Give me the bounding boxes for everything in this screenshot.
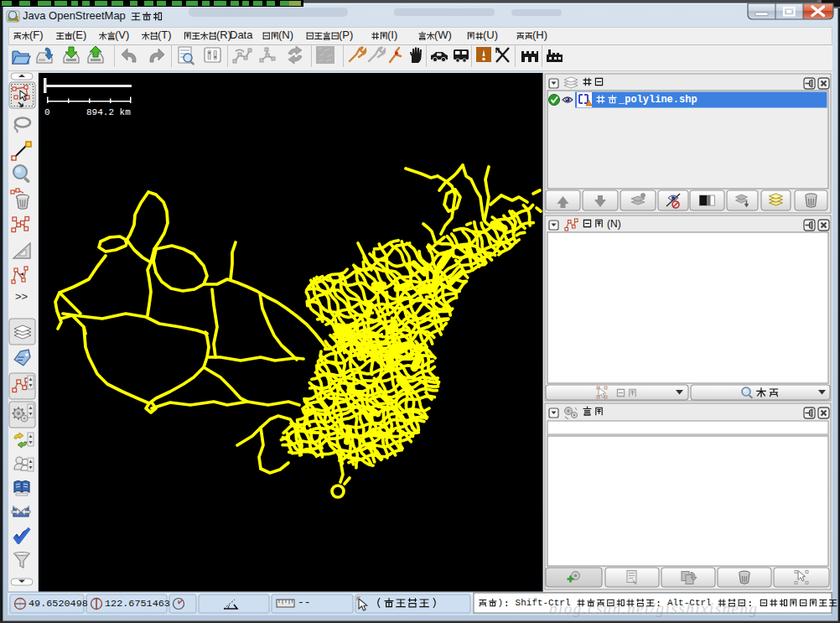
svg-text:Data: Data: [230, 29, 253, 41]
svg-text:(H): (H): [532, 29, 547, 41]
svg-text:(N): (N): [607, 218, 621, 230]
svg-text:(V): (V): [115, 29, 129, 41]
svg-text:(N): (N): [278, 29, 293, 41]
svg-text:894.2 km: 894.2 km: [86, 107, 131, 117]
svg-text:(T): (T): [158, 29, 172, 41]
svg-text:--: --: [298, 596, 311, 609]
svg-text:49.6520498: 49.6520498: [29, 598, 88, 610]
svg-text:0: 0: [44, 107, 50, 117]
svg-text:(P): (P): [339, 29, 353, 41]
svg-text:>>: >>: [15, 290, 28, 303]
svg-text:_polyline.shp: _polyline.shp: [618, 94, 697, 106]
svg-text:blog.csdn.net/gisshixisheng: blog.csdn.net/gisshixisheng: [549, 600, 758, 617]
svg-text:122.6751463: 122.6751463: [105, 598, 170, 610]
svg-text:): ): [498, 598, 504, 608]
svg-text:(I): (I): [387, 29, 397, 41]
svg-text:(F): (F): [29, 29, 44, 41]
svg-text:(W): (W): [434, 29, 452, 41]
svg-text:(U): (U): [483, 29, 498, 41]
svg-text:Java OpenStreetMap: Java OpenStreetMap: [23, 9, 128, 22]
svg-text:(E): (E): [72, 29, 86, 41]
